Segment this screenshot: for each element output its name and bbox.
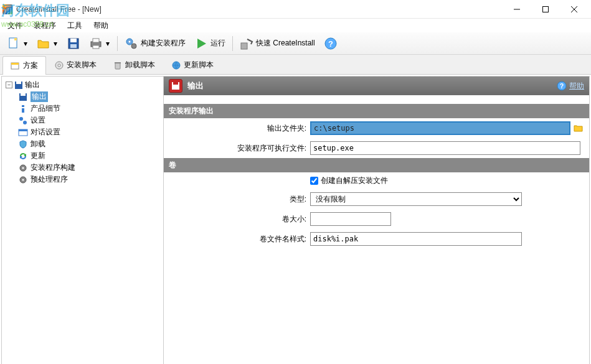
menu-file[interactable]: 文件 <box>2 19 27 32</box>
tree-item-output[interactable]: 输出 <box>17 91 161 103</box>
save-icon <box>18 92 28 102</box>
help-link[interactable]: 帮助 <box>569 81 584 91</box>
app-icon <box>2 4 12 14</box>
play-icon <box>194 37 208 50</box>
tab-label: 安装脚本 <box>67 60 97 70</box>
trash-icon <box>113 60 123 70</box>
collapse-icon[interactable]: − <box>6 82 12 88</box>
svg-point-18 <box>58 64 60 67</box>
tree-item-update[interactable]: 更新 <box>17 150 161 162</box>
run-button[interactable]: 运行 <box>191 35 229 52</box>
dialog-icon <box>18 128 28 138</box>
svg-rect-19 <box>115 62 121 63</box>
exe-label: 安装程序可执行文件: <box>164 143 310 154</box>
svg-point-11 <box>129 40 131 42</box>
tree-root[interactable]: − 输出 <box>4 79 161 91</box>
row-selfextract: 创建自解压安装文件 <box>164 172 589 189</box>
scheme-icon <box>11 61 21 71</box>
gear-icon <box>18 163 28 173</box>
vol-name-input[interactable] <box>310 232 522 246</box>
quick-button[interactable]: 快速 CreateInstall <box>237 35 318 52</box>
menu-help[interactable]: 帮助 <box>88 19 113 32</box>
selfextract-label: 创建自解压安装文件 <box>321 175 388 186</box>
svg-rect-2 <box>14 38 17 40</box>
maximize-button[interactable] <box>531 0 560 19</box>
tree-panel: − 输出 输出 产品细节 设置 对话设置 卸载 更新 <box>2 77 164 364</box>
svg-point-34 <box>22 179 24 180</box>
tree-item-build[interactable]: 安装程序构建 <box>17 162 161 174</box>
tree-item-dialog[interactable]: 对话设置 <box>17 126 161 138</box>
help-button[interactable]: ? <box>321 35 341 52</box>
tree-item-settings[interactable]: 设置 <box>17 114 161 126</box>
disc-icon <box>54 60 64 70</box>
build-button[interactable]: 构建安装程序 <box>121 35 189 52</box>
gears-icon <box>125 37 138 50</box>
wizard-icon <box>240 37 253 50</box>
refresh-icon <box>18 151 28 161</box>
workspace: − 输出 输出 产品细节 设置 对话设置 卸载 更新 <box>1 76 590 364</box>
svg-rect-8 <box>93 45 99 49</box>
tab-update-script[interactable]: 更新脚本 <box>163 55 222 74</box>
svg-rect-12 <box>241 43 247 49</box>
tab-label: 方案 <box>23 60 38 71</box>
new-button[interactable]: ▾ <box>4 35 31 52</box>
tree-item-preprocess[interactable]: 预处理程序 <box>17 174 161 185</box>
tree-item-label: 对话设置 <box>31 127 60 138</box>
content-header: 输出 ? 帮助 <box>164 77 589 95</box>
print-button[interactable]: ▾ <box>86 35 113 52</box>
svg-text:?: ? <box>560 83 564 90</box>
svg-rect-16 <box>11 63 19 65</box>
svg-rect-30 <box>19 129 27 131</box>
selfextract-checkbox[interactable]: 创建自解压安装文件 <box>310 175 388 186</box>
menu-project[interactable]: 装程序 <box>29 19 61 32</box>
tree-root-label: 输出 <box>25 80 40 90</box>
selfextract-check-input[interactable] <box>310 177 318 185</box>
exe-input[interactable] <box>310 141 580 155</box>
info-icon <box>18 104 28 114</box>
chevron-down-icon: ▾ <box>105 39 110 48</box>
row-type: 类型: 没有限制 <box>164 189 589 209</box>
vol-size-input[interactable] <box>310 212 391 226</box>
tree-item-label: 输出 <box>31 91 48 102</box>
row-exe: 安装程序可执行文件: <box>164 138 589 158</box>
shield-icon <box>18 139 28 149</box>
svg-point-28 <box>23 121 27 124</box>
run-label: 运行 <box>210 38 225 49</box>
settings-icon <box>18 116 28 126</box>
section-setup-output: 安装程序输出 <box>164 104 589 118</box>
window-title: CreateInstall Free - [New] <box>16 5 503 14</box>
menu-tools[interactable]: 工具 <box>62 19 87 32</box>
separator <box>232 36 233 51</box>
svg-rect-24 <box>21 93 26 96</box>
tree-item-label: 卸载 <box>31 139 45 149</box>
tab-scheme[interactable]: 方案 <box>2 56 46 75</box>
tabbar: 方案 安装脚本 卸载脚本 更新脚本 <box>0 55 591 75</box>
tab-install-script[interactable]: 安装脚本 <box>46 55 105 74</box>
tree-item-label: 更新 <box>31 151 45 161</box>
tree-item-product[interactable]: 产品细节 <box>17 103 161 114</box>
svg-rect-22 <box>16 82 21 84</box>
save-button[interactable] <box>64 35 83 52</box>
output-folder-label: 输出文件夹: <box>164 123 310 134</box>
open-button[interactable]: ▾ <box>34 35 61 52</box>
type-select[interactable]: 没有限制 <box>310 192 522 206</box>
svg-rect-25 <box>22 105 24 107</box>
browse-folder-button[interactable] <box>573 123 584 134</box>
tree-item-label: 预处理程序 <box>31 174 68 185</box>
close-button[interactable] <box>560 0 589 19</box>
row-vol-name: 卷文件名样式: <box>164 229 589 249</box>
svg-rect-26 <box>22 108 24 113</box>
print-icon <box>89 37 103 50</box>
svg-rect-0 <box>543 6 549 12</box>
svg-point-27 <box>19 117 23 121</box>
toolbar: ▾ ▾ ▾ 构建安装程序 运行 快速 CreateInstall ? <box>0 32 591 55</box>
panel-title: 输出 <box>187 80 204 91</box>
tab-label: 更新脚本 <box>184 60 214 70</box>
help-icon: ? <box>324 37 338 50</box>
content-panel: 输出 ? 帮助 安装程序输出 输出文件夹: 安装程序可执行文件: 卷 创建自解压… <box>164 77 589 364</box>
minimize-button[interactable] <box>503 0 531 19</box>
output-folder-input[interactable] <box>310 121 570 135</box>
svg-rect-4 <box>70 39 77 42</box>
tab-uninstall-script[interactable]: 卸载脚本 <box>105 55 163 74</box>
tree-item-uninstall[interactable]: 卸载 <box>17 138 161 150</box>
